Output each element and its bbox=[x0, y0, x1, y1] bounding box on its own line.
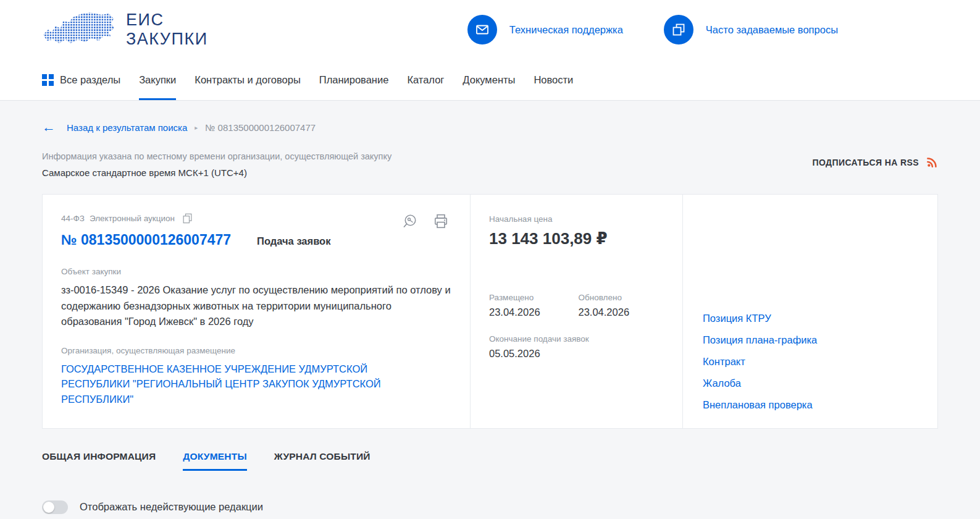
inactive-versions-toggle-label: Отображать недействующие редакции bbox=[80, 501, 263, 513]
nav-item-zakupki[interactable]: Закупки bbox=[139, 59, 176, 100]
faq-link[interactable]: Часто задаваемые вопросы bbox=[664, 15, 838, 44]
link-unscheduled-inspection[interactable]: Внеплановая проверка bbox=[703, 399, 919, 411]
card-main-column: 44-ФЗ Электронный аукцион № 081350000012… bbox=[43, 195, 470, 428]
topbar-links: Техническая поддержка Часто задаваемые в… bbox=[467, 15, 838, 44]
procedure-type: Электронный аукцион bbox=[90, 214, 175, 223]
tab-event-log[interactable]: ЖУРНАЛ СОБЫТИЙ bbox=[274, 451, 371, 471]
nav-item-planning[interactable]: Планирование bbox=[319, 59, 389, 100]
organization-label: Организация, осуществляющая размещение bbox=[61, 346, 451, 355]
rss-icon bbox=[926, 156, 938, 168]
price-value: 13 143 103,89 ₽ bbox=[489, 229, 668, 248]
nav-all-sections[interactable]: Все разделы bbox=[42, 59, 120, 100]
nav-item-documents[interactable]: Документы bbox=[463, 59, 515, 100]
purchase-card: 44-ФЗ Электронный аукцион № 081350000012… bbox=[42, 194, 938, 429]
inactive-versions-toggle[interactable] bbox=[42, 500, 68, 514]
nav-item-catalog[interactable]: Каталог bbox=[407, 59, 444, 100]
tech-support-label: Техническая поддержка bbox=[509, 24, 623, 36]
russia-map-icon bbox=[42, 11, 115, 48]
timezone-note: Информация указана по местному времени о… bbox=[42, 151, 392, 161]
nav-item-news[interactable]: Новости bbox=[534, 59, 573, 100]
logo[interactable]: ЕИС ЗАКУПКИ bbox=[42, 11, 208, 49]
breadcrumb: ← Назад к результатам поиска ▸ № 0813500… bbox=[42, 101, 938, 134]
law-type: 44-ФЗ bbox=[61, 214, 85, 223]
logo-line-2: ЗАКУПКИ bbox=[126, 30, 208, 49]
breadcrumb-separator-icon: ▸ bbox=[195, 124, 198, 131]
card-links-column: Позиция КТРУ Позиция плана-графика Контр… bbox=[682, 195, 937, 428]
header: ЕИС ЗАКУПКИ Техническая поддержка Часто … bbox=[0, 0, 980, 59]
toggle-knob bbox=[43, 502, 54, 513]
detail-tabs: ОБЩАЯ ИНФОРМАЦИЯ ДОКУМЕНТЫ ЖУРНАЛ СОБЫТИ… bbox=[42, 451, 938, 471]
timezone-value: Самарское стандартное время МСК+1 (UTC+4… bbox=[42, 167, 392, 178]
main-nav: Все разделы Закупки Контракты и договоры… bbox=[0, 59, 980, 101]
tab-general-info[interactable]: ОБЩАЯ ИНФОРМАЦИЯ bbox=[42, 451, 156, 471]
deadline-date: 05.05.2026 bbox=[489, 348, 668, 360]
link-contract[interactable]: Контракт bbox=[703, 355, 919, 368]
faq-windows-icon bbox=[664, 15, 693, 44]
signature-search-icon[interactable] bbox=[402, 213, 418, 229]
nav-item-contracts[interactable]: Контракты и договоры bbox=[195, 59, 300, 100]
sections-grid-icon bbox=[42, 74, 54, 86]
nav-all-sections-label: Все разделы bbox=[60, 74, 120, 86]
placed-label: Размещено bbox=[489, 293, 579, 302]
back-to-results-link[interactable]: Назад к результатам поиска bbox=[67, 122, 187, 133]
rss-subscribe-label: ПОДПИСАТЬСЯ НА RSS bbox=[813, 158, 919, 167]
back-arrow-icon[interactable]: ← bbox=[42, 120, 56, 134]
updated-date: 23.04.2026 bbox=[579, 306, 668, 318]
logo-text: ЕИС ЗАКУПКИ bbox=[126, 11, 208, 49]
status-label: Подача заявок bbox=[257, 235, 330, 247]
logo-line-1: ЕИС bbox=[126, 11, 208, 30]
object-label: Объект закупки bbox=[61, 267, 451, 276]
timezone-info: Информация указана по местному времени о… bbox=[42, 151, 392, 178]
purchase-number-link[interactable]: № 0813500000126007477 bbox=[61, 232, 231, 248]
link-plan-schedule-position[interactable]: Позиция плана-графика bbox=[703, 334, 919, 346]
print-icon[interactable] bbox=[433, 213, 449, 229]
envelope-icon bbox=[467, 15, 497, 44]
breadcrumb-current: № 0813500000126007477 bbox=[205, 122, 316, 133]
tab-documents[interactable]: ДОКУМЕНТЫ bbox=[183, 451, 246, 471]
page-content: ← Назад к результатам поиска ▸ № 0813500… bbox=[0, 101, 980, 519]
link-ktru-position[interactable]: Позиция КТРУ bbox=[703, 312, 919, 324]
copy-icon[interactable] bbox=[182, 213, 193, 224]
faq-label: Часто задаваемые вопросы bbox=[706, 24, 838, 36]
rss-subscribe-link[interactable]: ПОДПИСАТЬСЯ НА RSS bbox=[813, 156, 938, 168]
tech-support-link[interactable]: Техническая поддержка bbox=[467, 15, 623, 44]
organization-link[interactable]: ГОСУДАРСТВЕННОЕ КАЗЕННОЕ УЧРЕЖДЕНИЕ УДМУ… bbox=[61, 361, 432, 407]
placed-date: 23.04.2026 bbox=[489, 306, 579, 318]
link-complaint[interactable]: Жалоба bbox=[703, 377, 919, 389]
price-label: Начальная цена bbox=[489, 214, 668, 224]
object-text: зз-0016-15349 - 2026 Оказание услуг по о… bbox=[61, 282, 451, 330]
card-price-column: Начальная цена 13 143 103,89 ₽ Размещено… bbox=[470, 195, 682, 428]
deadline-label: Окончание подачи заявок bbox=[489, 334, 668, 344]
updated-label: Обновлено bbox=[579, 293, 668, 302]
